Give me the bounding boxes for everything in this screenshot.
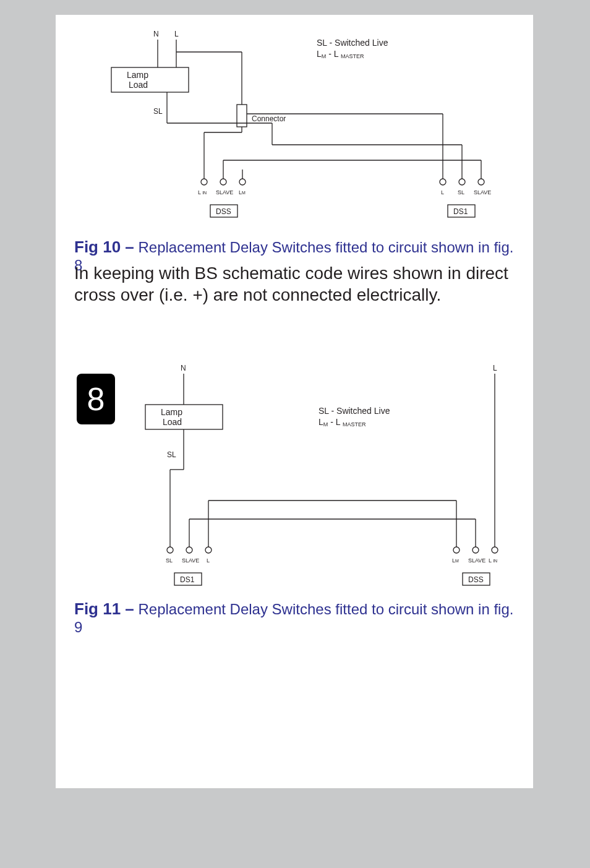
caption-bold: Fig 11 – xyxy=(74,599,134,618)
figure-10: N L Lamp Load SL Connector SL - Switched… xyxy=(99,21,507,219)
label-L: L xyxy=(493,364,497,372)
svg-point-21 xyxy=(220,179,226,185)
dss-t3: L IN xyxy=(489,557,497,564)
dss-t3: LM xyxy=(239,189,246,196)
label-L: L xyxy=(174,30,179,38)
svg-point-44 xyxy=(472,547,479,553)
svg-point-20 xyxy=(201,179,207,185)
ds1-t1: L xyxy=(441,189,444,196)
svg-point-40 xyxy=(167,547,173,553)
label-lamp: Lamp xyxy=(127,70,148,80)
svg-point-41 xyxy=(186,547,192,553)
figure-11-caption: Fig 11 – Replacement Delay Switches fitt… xyxy=(74,599,519,636)
ds1-t2: SL xyxy=(458,189,464,196)
ds1-t1: SL xyxy=(166,557,173,564)
label-lamp: Lamp xyxy=(161,407,182,417)
svg-point-23 xyxy=(440,179,446,185)
caption-bold: Fig 10 – xyxy=(74,238,134,256)
svg-point-24 xyxy=(459,179,465,185)
dss-t2: SLAVE xyxy=(216,189,233,196)
legend-lm: LM - L MASTER xyxy=(317,49,364,59)
svg-point-45 xyxy=(492,547,498,553)
dss-t1: LM xyxy=(452,557,459,564)
legend-sl: SL - Switched Live xyxy=(319,406,390,416)
page-content: 8 xyxy=(56,15,533,788)
ds1-t2: SLAVE xyxy=(182,557,199,564)
svg-point-22 xyxy=(239,179,246,185)
svg-point-25 xyxy=(478,179,484,185)
label-SL: SL xyxy=(167,450,176,459)
svg-rect-0 xyxy=(111,67,189,92)
ds1-t3: SLAVE xyxy=(474,189,491,196)
label-connector: Connector xyxy=(252,114,286,123)
ds1-t3: L xyxy=(207,557,210,564)
svg-rect-28 xyxy=(145,405,223,429)
label-SL: SL xyxy=(153,107,163,116)
svg-point-42 xyxy=(205,547,212,553)
label-load: Load xyxy=(129,80,148,90)
label-DSS: DSS xyxy=(468,575,484,584)
label-N: N xyxy=(181,364,186,372)
label-DS1: DS1 xyxy=(453,207,468,216)
caption-text: Replacement Delay Switches fitted to cir… xyxy=(74,601,513,635)
svg-point-43 xyxy=(453,547,460,553)
dss-t2: SLAVE xyxy=(468,557,485,564)
body-paragraph: In keeping with BS schematic code wires … xyxy=(74,262,519,306)
label-load: Load xyxy=(163,417,182,427)
label-DS1: DS1 xyxy=(180,575,195,584)
label-N: N xyxy=(153,30,159,38)
legend-sl: SL - Switched Live xyxy=(317,38,388,48)
legend-lm: LM - L MASTER xyxy=(319,417,366,428)
dss-t1: L IN xyxy=(198,189,207,196)
figure-11: N L Lamp Load SL SL - Switched Live LM -… xyxy=(99,355,507,590)
label-DSS: DSS xyxy=(216,207,231,216)
